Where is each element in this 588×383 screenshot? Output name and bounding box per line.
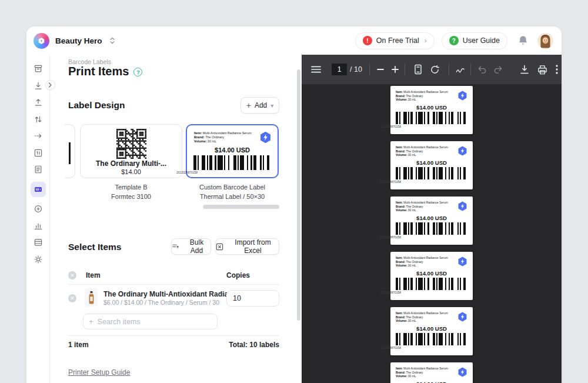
- sidebar-item-settings[interactable]: [31, 255, 46, 264]
- barcode: [396, 333, 467, 345]
- sidebar-item-add[interactable]: [31, 204, 46, 214]
- label-price: $14.00 USD: [390, 215, 473, 221]
- template-card-partial[interactable]: [65, 124, 75, 178]
- horizontal-scrollbar[interactable]: [203, 205, 279, 209]
- barcode: [396, 112, 467, 124]
- alert-icon: !: [363, 36, 372, 45]
- label-price: $14.00 USD: [390, 325, 473, 332]
- print-icon[interactable]: [537, 55, 547, 84]
- user-guide-button[interactable]: ? User Guide: [442, 32, 507, 49]
- rotate-icon[interactable]: [430, 55, 440, 84]
- sidebar-item-receive[interactable]: [31, 81, 46, 91]
- notifications-bell-icon[interactable]: [518, 35, 528, 46]
- label-price: $14.00 USD: [390, 104, 473, 111]
- document-icon: [36, 168, 39, 171]
- redo-icon[interactable]: [493, 55, 503, 84]
- toolbar-divider: [470, 64, 471, 75]
- free-trial-badge[interactable]: ! On Free Trial ›: [355, 32, 435, 49]
- page-count: / 10: [350, 55, 362, 84]
- template-b-caption: Template B Formtec 3100: [80, 183, 182, 201]
- template-b-preview-title: The Ordinary Multi-...: [81, 159, 182, 168]
- label-price: $14.00 USD: [390, 159, 473, 166]
- vertical-scrollbar[interactable]: [297, 69, 300, 321]
- barcode-label-preview: Item: Multi-Antioxidant Radiance Serum B…: [390, 197, 473, 245]
- barcode-label-preview: Item: Multi-Antioxidant Radiance Serum B…: [390, 252, 473, 300]
- hexagon-logo-icon: [259, 131, 272, 144]
- zoom-out-icon[interactable]: [376, 55, 385, 84]
- database-icon: [35, 241, 41, 243]
- remove-item-icon[interactable]: ✕: [68, 294, 76, 302]
- hexagon-logo-icon: [457, 90, 468, 101]
- barcode: [396, 167, 467, 179]
- undo-icon[interactable]: [477, 55, 487, 84]
- labels-total: Total: 10 labels: [203, 341, 279, 349]
- pdf-page-area[interactable]: Item: Multi-Antioxidant Radiance Serum B…: [302, 84, 562, 383]
- download-icon[interactable]: [520, 55, 529, 84]
- chevron-right-icon: [49, 83, 52, 87]
- user-avatar[interactable]: [537, 33, 553, 49]
- toolbar-divider: [369, 64, 370, 75]
- barcode: [396, 278, 467, 290]
- template-carousel: The Ordinary Multi-... $14.00 Item: Mult…: [50, 124, 302, 178]
- workspace-selector-icon[interactable]: [109, 37, 115, 44]
- toolbar-divider: [449, 64, 449, 75]
- barcode-label-preview: Item: Multi-Antioxidant Radiance Serum B…: [390, 141, 473, 189]
- barcode-number: 2013328870158: [142, 171, 232, 174]
- select-items-heading: Select Items: [68, 242, 121, 252]
- sidebar-nav: [26, 55, 50, 383]
- sidebar-item-move[interactable]: [31, 131, 46, 141]
- label-design-heading: Label Design: [68, 100, 125, 111]
- user-guide-label: User Guide: [463, 36, 500, 45]
- chevron-down-icon: ▾: [270, 102, 273, 109]
- sidebar-item-ship[interactable]: [31, 98, 46, 107]
- barcode-label-preview: Item: Multi-Antioxidant Radiance Serum B…: [390, 362, 473, 383]
- add-template-button[interactable]: + Add ▾: [240, 97, 279, 114]
- label-price: $14.00 USD: [390, 381, 473, 383]
- barcode-label-preview: Item: Multi-Antioxidant Radiance Serum B…: [390, 307, 473, 355]
- zoom-in-icon[interactable]: [391, 55, 399, 84]
- bulk-add-icon: [172, 243, 179, 251]
- fit-page-icon[interactable]: [413, 55, 423, 84]
- search-items-input[interactable]: [98, 318, 212, 326]
- bulk-add-button[interactable]: Bulk Add: [171, 238, 211, 255]
- question-icon: ?: [449, 36, 459, 45]
- sidebar-item-transfer[interactable]: [31, 115, 46, 124]
- search-items-box[interactable]: +: [83, 314, 218, 329]
- printer-setup-guide-link[interactable]: Printer Setup Guide: [68, 368, 130, 377]
- hexagon-logo-icon: [457, 367, 468, 378]
- free-trial-label: On Free Trial: [376, 36, 419, 45]
- excel-icon: [216, 243, 223, 251]
- template-card-custom-selected[interactable]: Item: Multi-Antioxidant Radiance Serum B…: [186, 124, 279, 178]
- workspace-name[interactable]: Beauty Hero: [55, 36, 102, 45]
- copies-input[interactable]: [226, 290, 279, 307]
- more-options-icon[interactable]: [556, 55, 558, 84]
- page-number-input[interactable]: [332, 64, 347, 75]
- add-circle-icon: [36, 208, 39, 210]
- settings-gear-icon: [35, 256, 42, 263]
- barcode-number: 2013328870158: [349, 235, 432, 239]
- sidebar-item-packages[interactable]: [31, 64, 46, 74]
- barcode: [193, 155, 271, 170]
- brand-logo-icon[interactable]: [34, 33, 49, 49]
- sidebar-item-ledger[interactable]: [31, 148, 46, 158]
- import-from-excel-button[interactable]: Import from Excel: [215, 238, 279, 255]
- item-count: 1 item: [68, 341, 89, 349]
- item-subtitle: $6.00 / $14.00 / The Ordinary / Serum / …: [103, 299, 219, 306]
- sidebar-item-inventory[interactable]: [31, 238, 46, 247]
- pdf-preview-panel: / 10 Item: Multi-Antioxidant Radiance Se…: [302, 55, 562, 383]
- sidebar-item-barcode-labels[interactable]: [31, 182, 46, 197]
- clear-all-icon[interactable]: ✕: [68, 271, 76, 279]
- barcode-number: 2013328870158: [349, 346, 432, 349]
- pdf-menu-icon[interactable]: [311, 55, 321, 84]
- hexagon-logo-icon: [457, 145, 468, 156]
- annotate-icon[interactable]: [456, 55, 466, 84]
- sidebar-expand-button[interactable]: [45, 80, 55, 90]
- chevron-right-icon: ›: [425, 36, 427, 45]
- sidebar-item-notes[interactable]: [31, 165, 46, 174]
- pdf-toolbar: / 10: [302, 55, 562, 84]
- add-label: Add: [255, 101, 267, 109]
- help-icon[interactable]: ?: [133, 68, 142, 76]
- hexagon-logo-icon: [457, 256, 468, 267]
- barcode-fragment: [69, 142, 71, 164]
- sidebar-item-reports[interactable]: [31, 221, 46, 231]
